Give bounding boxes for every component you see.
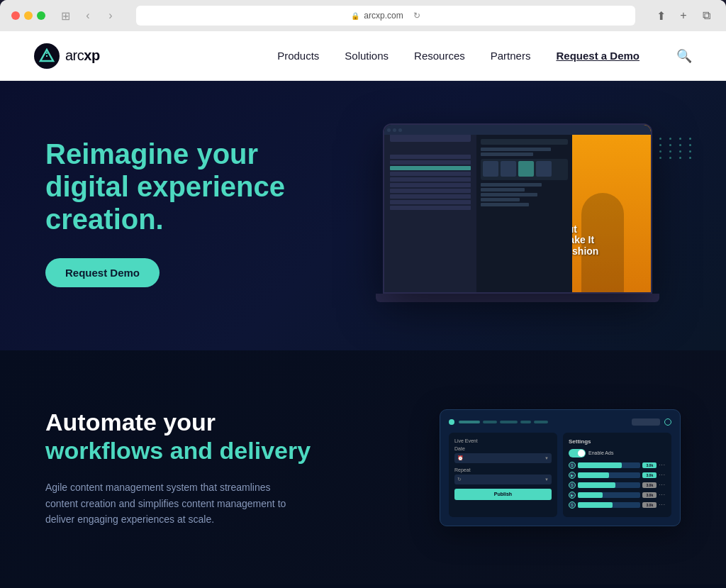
- hero-title: Reimagine your digital experience creati…: [45, 138, 343, 235]
- badge-3: 3.0k: [642, 482, 657, 488]
- logo-xp: xp: [84, 48, 99, 63]
- clock-icon: ⏰: [457, 455, 464, 461]
- badge-4: 3.0k: [642, 492, 657, 498]
- forward-icon[interactable]: ›: [102, 7, 119, 24]
- more-options-2[interactable]: ···: [659, 472, 666, 478]
- nav-request-demo[interactable]: Request a Demo: [556, 50, 640, 62]
- more-options-1[interactable]: ···: [659, 462, 666, 468]
- traffic-lights: [11, 11, 45, 20]
- address-bar[interactable]: 🔒 arcxp.com ↻: [136, 6, 635, 26]
- request-demo-button[interactable]: Request Demo: [45, 258, 160, 287]
- repeat-field[interactable]: ↻ ▼: [454, 475, 552, 484]
- bar-2: [578, 472, 640, 478]
- laptop-screen: But Make It Fashion: [384, 125, 651, 292]
- browser-actions: ⬆ + ⧉: [652, 7, 715, 24]
- nav-partners[interactable]: Partners: [491, 50, 531, 62]
- chevron-down-icon-2: ▼: [544, 477, 549, 482]
- dash-circle-btn: [664, 418, 671, 426]
- dash-row-3: $ 3.0k ···: [569, 482, 666, 489]
- laptop-mockup: But Make It Fashion: [383, 123, 652, 294]
- dollar-icon-2: $: [569, 482, 576, 489]
- dash-lines: [459, 421, 627, 423]
- bar-1: [578, 462, 640, 468]
- dashboard-mockup: Live Event Date ⏰ ▼ Repeat ↻ ▼ Publish S…: [440, 409, 681, 526]
- search-icon[interactable]: 🔍: [676, 48, 692, 64]
- dash-dot-1: [449, 419, 454, 425]
- logo-text: arcxp: [65, 48, 100, 64]
- second-content: Automate your workflows and delivery Agi…: [45, 408, 315, 528]
- nav-products[interactable]: Products: [277, 50, 319, 62]
- hero-section: Reimagine your digital experience creati…: [0, 81, 726, 350]
- badge-1: 3.0k: [642, 462, 657, 468]
- lock-icon: 🔒: [351, 12, 359, 20]
- dollar-icon-3: $: [569, 501, 576, 509]
- live-event-label: Live Event: [454, 438, 552, 443]
- laptop-base: [376, 294, 659, 302]
- enable-ads-label: Enable Ads: [588, 450, 613, 455]
- sidebar-toggle-icon[interactable]: ⊞: [57, 7, 74, 24]
- repeat-icon: ↻: [457, 477, 462, 482]
- more-options-5[interactable]: ···: [659, 501, 666, 508]
- nav-links: Products Solutions Resources Partners Re…: [277, 48, 692, 64]
- publish-button[interactable]: Publish: [454, 489, 552, 500]
- dash-window-btn: [632, 418, 660, 426]
- bottom-area: Learn More: [0, 584, 726, 588]
- second-title-highlight: workflows and delivery: [45, 437, 311, 464]
- bar-3: [578, 482, 640, 488]
- hero-visual: But Make It Fashion: [383, 123, 681, 302]
- second-title-plain: Automate your: [45, 409, 216, 436]
- repeat-label: Repeat: [454, 467, 552, 472]
- bar-5: [578, 502, 640, 508]
- toggle-knob: [578, 450, 585, 457]
- back-icon[interactable]: ‹: [79, 7, 96, 24]
- new-tab-icon[interactable]: +: [675, 7, 692, 24]
- chevron-down-icon: ▼: [544, 456, 549, 460]
- refresh-icon[interactable]: ↻: [413, 11, 420, 21]
- second-description: Agile content management system that str…: [45, 479, 286, 527]
- dash-row-2: ▶ 3.0k ···: [569, 472, 666, 479]
- share-icon[interactable]: ⬆: [652, 7, 669, 24]
- enable-ads-row: Enable Ads: [569, 449, 666, 457]
- dash-left-panel: Live Event Date ⏰ ▼ Repeat ↻ ▼ Publish: [449, 433, 557, 517]
- dollar-icon-1: $: [569, 462, 576, 469]
- laptop-sidebar: [384, 125, 476, 292]
- url-text: arcxp.com: [364, 11, 403, 21]
- browser-titlebar: ⊞ ‹ › 🔒 arcxp.com ↻ ⬆ + ⧉: [0, 0, 726, 31]
- more-options-3[interactable]: ···: [659, 482, 666, 488]
- hero-content: Reimagine your digital experience creati…: [45, 123, 343, 287]
- dash-body: Live Event Date ⏰ ▼ Repeat ↻ ▼ Publish S…: [449, 433, 671, 517]
- bar-4: [578, 492, 640, 498]
- laptop-main-content: But Make It Fashion: [476, 125, 651, 292]
- browser-window: ⊞ ‹ › 🔒 arcxp.com ↻ ⬆ + ⧉ arcxp: [0, 0, 726, 588]
- play-icon-1: ▶: [569, 472, 576, 479]
- date-label: Date: [454, 446, 552, 451]
- tabs-icon[interactable]: ⧉: [698, 7, 715, 24]
- dash-row-1: $ 3.0k ···: [569, 462, 666, 469]
- site-navbar: arcxp Products Solutions Resources Partn…: [0, 31, 726, 81]
- maximize-button[interactable]: [37, 11, 45, 20]
- second-section: Automate your workflows and delivery Agi…: [0, 350, 726, 584]
- enable-ads-toggle[interactable]: [569, 449, 586, 457]
- minimize-button[interactable]: [24, 11, 33, 20]
- dash-header: [449, 418, 671, 426]
- close-button[interactable]: [11, 11, 20, 20]
- dash-row-4: ▶ 3.0k ···: [569, 492, 666, 499]
- second-title: Automate your workflows and delivery: [45, 408, 315, 466]
- nav-solutions[interactable]: Solutions: [345, 50, 389, 62]
- logo-area: arcxp: [34, 43, 100, 69]
- badge-5: 3.0k: [642, 502, 657, 508]
- logo-icon: [34, 43, 60, 69]
- dash-row-5: $ 3.0k ···: [569, 501, 666, 509]
- dash-right-panel: Settings Enable Ads $ 3.0k ···: [563, 433, 671, 517]
- nav-resources[interactable]: Resources: [414, 50, 465, 62]
- play-icon-2: ▶: [569, 492, 576, 499]
- date-field[interactable]: ⏰ ▼: [454, 453, 552, 463]
- settings-label: Settings: [569, 438, 666, 445]
- logo-arc: arc: [65, 48, 84, 63]
- badge-2: 3.0k: [642, 472, 657, 478]
- more-options-4[interactable]: ···: [659, 492, 666, 498]
